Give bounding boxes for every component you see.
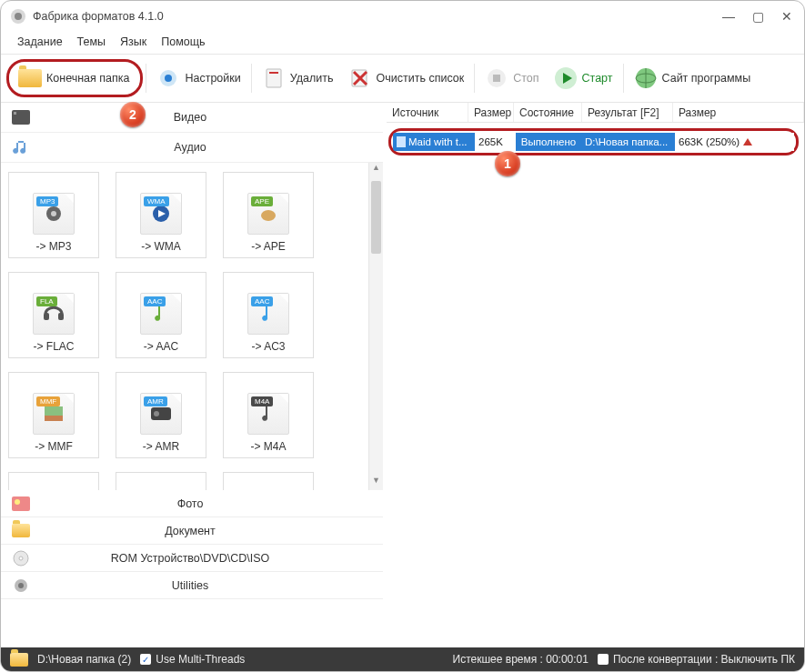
menu-themes[interactable]: Темы [77, 35, 106, 48]
scroll-thumb[interactable] [371, 181, 381, 254]
col-source[interactable]: Источник [387, 103, 468, 122]
svg-rect-17 [14, 112, 16, 115]
svg-point-19 [51, 211, 56, 216]
menu-help[interactable]: Помощь [161, 35, 205, 48]
col-size[interactable]: Размер [468, 103, 514, 122]
delete-label: Удалить [290, 72, 334, 85]
menubar: Задание Темы Язык Помощь [1, 32, 804, 55]
start-button[interactable]: Старт [547, 64, 620, 93]
right-pane: Источник Размер Состояние Результат [F2]… [383, 103, 804, 612]
category-utilities-label: Utilities [34, 579, 383, 592]
toolbar: Конечная папка Настройки Удалить Очистит… [1, 55, 804, 103]
start-label: Старт [582, 72, 613, 85]
svg-rect-24 [58, 313, 64, 320]
format-wma-label: -> WMA [141, 240, 181, 253]
format-mmf[interactable]: MMF-> MMF [8, 372, 99, 458]
row-result: D:\Новая папка... [585, 136, 668, 147]
menu-task[interactable]: Задание [17, 35, 63, 48]
status-elapsed: Истекшее время : 00:00:01 [453, 653, 589, 666]
close-button[interactable]: ✕ [779, 9, 795, 24]
format-grid-wrap: MP3-> MP3 WMA-> WMA APE-> APE FLA-> FLAC… [1, 163, 383, 490]
delete-button[interactable]: Удалить [255, 64, 341, 93]
gear-icon [8, 577, 34, 594]
category-photo[interactable]: Фото [1, 490, 383, 517]
video-icon [8, 110, 34, 125]
col-state[interactable]: Состояние [514, 103, 582, 122]
format-mmf-label: -> MMF [35, 440, 73, 453]
svg-point-22 [261, 210, 276, 221]
svg-point-32 [15, 499, 20, 505]
shutdown-toggle[interactable]: ✓После конвертации : Выключить ПК [598, 653, 795, 666]
toolbar-sep [251, 64, 252, 93]
format-ogg[interactable]: OGG [116, 472, 206, 490]
settings-button[interactable]: Настройки [149, 64, 247, 93]
category-utilities[interactable]: Utilities [1, 572, 383, 599]
format-m4r[interactable]: M4R [8, 472, 99, 490]
category-rom[interactable]: ROM Устройство\DVD\CD\ISO [1, 545, 383, 572]
format-wma[interactable]: WMA-> WMA [116, 172, 206, 258]
format-mp3[interactable]: MP3-> MP3 [8, 172, 99, 258]
format-grid: MP3-> MP3 WMA-> WMA APE-> APE FLA-> FLAC… [1, 163, 368, 490]
music-file-icon [397, 136, 406, 147]
callout-badge-1: 1 [495, 151, 520, 176]
category-video[interactable]: Видео [1, 103, 383, 133]
shutdown-label: После конвертации : Выключить ПК [613, 653, 795, 666]
format-flac-label: -> FLAC [33, 340, 74, 353]
svg-rect-10 [493, 75, 500, 82]
svg-rect-26 [45, 416, 63, 421]
format-aac[interactable]: AAC-> AAC [116, 272, 206, 358]
photo-icon [8, 496, 34, 511]
row-state: Выполнено [521, 136, 577, 147]
folder-icon [18, 66, 42, 90]
toolbar-sep [474, 64, 475, 93]
format-amr[interactable]: AMR-> AMR [116, 372, 206, 458]
format-wav[interactable]: WAV [223, 472, 314, 490]
category-audio[interactable]: Аудио [1, 133, 383, 163]
category-photo-label: Фото [34, 497, 383, 510]
maximize-button[interactable]: ▢ [750, 9, 766, 24]
output-folder-button[interactable]: Конечная папка [11, 64, 136, 93]
multithread-toggle[interactable]: ✓Use Multi-Threads [140, 653, 245, 666]
col-result[interactable]: Результат [F2] [582, 103, 673, 122]
site-label: Сайт программы [662, 72, 751, 85]
row-source: Maid with t... [408, 136, 468, 147]
category-document-label: Документ [34, 525, 383, 537]
output-folder-label: Конечная папка [46, 72, 129, 85]
minimize-button[interactable]: — [720, 9, 737, 24]
task-row[interactable]: Maid with t... 265K Выполнено D:\Новая п… [393, 133, 794, 151]
status-path[interactable]: D:\Новая папка (2) [37, 653, 131, 666]
delete-icon [262, 66, 286, 90]
format-scrollbar[interactable]: ▲ ▼ [368, 163, 383, 490]
format-aac-label: -> AAC [144, 340, 178, 353]
app-icon [10, 8, 26, 25]
category-audio-label: Аудио [34, 141, 383, 154]
scroll-down-icon[interactable]: ▼ [369, 476, 383, 490]
clear-list-button[interactable]: Очистить список [341, 64, 472, 93]
format-ac3[interactable]: AAC-> AC3 [223, 272, 314, 358]
stop-button[interactable]: Стоп [478, 64, 546, 93]
menu-lang[interactable]: Язык [120, 35, 146, 48]
svg-point-28 [154, 411, 159, 416]
stop-icon [485, 66, 508, 90]
col-size2[interactable]: Размер [673, 103, 804, 122]
document-icon [8, 524, 34, 537]
category-document[interactable]: Документ [1, 517, 383, 545]
site-button[interactable]: Сайт программы [627, 64, 759, 93]
format-flac[interactable]: FLA-> FLAC [8, 272, 99, 358]
svg-rect-37 [397, 136, 406, 147]
category-rom-label: ROM Устройство\DVD\CD\ISO [34, 552, 383, 565]
svg-rect-23 [44, 313, 49, 320]
audio-icon [8, 139, 34, 155]
window-controls: — ▢ ✕ [720, 9, 795, 24]
stop-label: Стоп [513, 72, 538, 85]
svg-point-1 [15, 13, 22, 20]
format-mp3-label: -> MP3 [35, 240, 71, 253]
format-m4a[interactable]: M4A-> M4A [223, 372, 314, 458]
format-ape[interactable]: APE-> APE [223, 172, 314, 258]
titlebar: Фабрика форматов 4.1.0 — ▢ ✕ [1, 1, 804, 32]
status-bar: D:\Новая папка (2) ✓Use Multi-Threads Ис… [1, 647, 804, 671]
list-header: Источник Размер Состояние Результат [F2]… [387, 103, 804, 123]
globe-icon [634, 66, 658, 90]
scroll-up-icon[interactable]: ▲ [369, 163, 383, 177]
start-icon [554, 66, 578, 90]
